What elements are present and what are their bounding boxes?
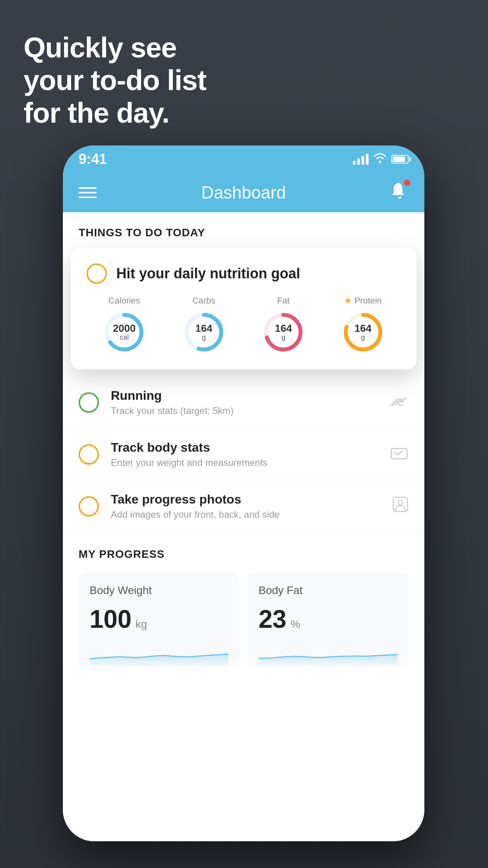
protein-value: 164 (354, 323, 371, 333)
todo-item-body-stats[interactable]: Track body stats Enter your weight and m… (63, 428, 424, 480)
nutrition-check-circle (86, 263, 107, 284)
fat-circle: 164 g (262, 311, 305, 354)
stat-protein-label: ★ Protein (344, 296, 382, 306)
todo-title-running: Running (111, 388, 378, 403)
signal-icon (353, 154, 369, 165)
nutrition-stats: Calories 2000 cal Carbs (86, 296, 401, 354)
todo-item-running[interactable]: Running Track your stats (target: 5km) (63, 377, 424, 428)
body-weight-unit: kg (136, 618, 147, 631)
wifi-icon (373, 153, 387, 166)
body-weight-value-container: 100 kg (90, 605, 229, 634)
todo-text-running: Running Track your stats (target: 5km) (111, 388, 378, 416)
signal-bar-4 (366, 154, 369, 165)
body-fat-unit: % (290, 618, 300, 631)
nutrition-card-title: Hit your daily nutrition goal (116, 265, 300, 282)
hamburger-line (79, 187, 97, 189)
todo-circle-photos (79, 496, 99, 517)
todo-subtitle-running: Track your stats (target: 5km) (111, 405, 378, 416)
menu-button[interactable] (79, 187, 97, 198)
carbs-value: 164 (195, 323, 212, 333)
body-weight-card[interactable]: Body Weight 100 kg (79, 572, 240, 667)
progress-section: MY PROGRESS Body Weight 100 kg (63, 532, 424, 667)
status-time: 9:41 (79, 151, 107, 167)
todo-list: Running Track your stats (target: 5km) T… (63, 377, 424, 532)
body-weight-number: 100 (90, 605, 132, 634)
stat-protein: ★ Protein 164 g (341, 296, 385, 354)
todo-title-photos: Take progress photos (111, 492, 380, 507)
hero-text: Quickly see your to-do list for the day. (24, 31, 206, 129)
hero-line1: Quickly see (24, 31, 206, 64)
running-icon (390, 393, 409, 412)
notification-button[interactable] (391, 181, 409, 204)
body-fat-title: Body Fat (259, 584, 398, 597)
phone-frame: 9:41 Da (63, 145, 424, 841)
body-weight-title: Body Weight (90, 584, 229, 597)
fat-value: 164 (275, 323, 292, 333)
signal-bar-1 (353, 161, 356, 165)
todo-subtitle-body-stats: Enter your weight and measurements (111, 457, 378, 468)
hero-line2: your to-do list (24, 64, 206, 97)
hamburger-line (79, 197, 97, 198)
calories-value: 2000 (113, 323, 136, 333)
person-icon (392, 496, 409, 517)
hero-line3: for the day. (24, 97, 206, 129)
todo-title-body-stats: Track body stats (111, 440, 378, 455)
scale-icon (390, 445, 409, 464)
status-bar: 9:41 (63, 145, 424, 173)
nav-bar: Dashboard (63, 173, 424, 212)
phone-content: THINGS TO DO TODAY Hit your daily nutrit… (63, 212, 424, 841)
notification-dot (404, 180, 410, 186)
carbs-unit: g (202, 333, 206, 342)
battery-icon (391, 155, 409, 164)
calories-unit: cal (120, 333, 129, 342)
things-today-header: THINGS TO DO TODAY (63, 212, 424, 247)
body-fat-value-container: 23 % (259, 605, 398, 634)
todo-circle-running (79, 392, 99, 413)
fat-unit: g (281, 333, 285, 342)
body-fat-number: 23 (259, 605, 286, 634)
stat-carbs: Carbs 164 g (182, 296, 226, 354)
todo-item-photos[interactable]: Take progress photos Add images of your … (63, 480, 424, 532)
todo-text-photos: Take progress photos Add images of your … (111, 492, 380, 520)
body-weight-chart (90, 643, 229, 667)
body-fat-chart (259, 643, 398, 667)
calories-circle: 2000 cal (103, 311, 146, 354)
stat-calories-label: Calories (108, 296, 140, 306)
carbs-circle: 164 g (182, 311, 226, 354)
stat-calories: Calories 2000 cal (103, 296, 146, 354)
stat-fat-label: Fat (277, 296, 290, 306)
hamburger-line (79, 192, 97, 193)
stat-fat: Fat 164 g (262, 296, 305, 354)
todo-text-body-stats: Track body stats Enter your weight and m… (111, 440, 378, 468)
body-fat-card[interactable]: Body Fat 23 % (248, 572, 409, 667)
signal-bar-3 (361, 156, 364, 165)
protein-circle: 164 g (341, 311, 385, 354)
stat-carbs-label: Carbs (192, 296, 215, 306)
nav-title: Dashboard (201, 183, 286, 202)
status-icons (353, 153, 409, 166)
protein-unit: g (361, 333, 365, 342)
progress-header: MY PROGRESS (79, 548, 409, 561)
nutrition-card-header: Hit your daily nutrition goal (86, 263, 401, 284)
todo-subtitle-photos: Add images of your front, back, and side (111, 509, 380, 520)
svg-point-11 (398, 500, 403, 505)
nutrition-card[interactable]: Hit your daily nutrition goal Calories 2… (71, 248, 416, 370)
signal-bar-2 (357, 158, 360, 165)
progress-cards: Body Weight 100 kg (79, 572, 409, 667)
star-icon: ★ (344, 296, 352, 306)
todo-circle-body-stats (79, 444, 99, 465)
